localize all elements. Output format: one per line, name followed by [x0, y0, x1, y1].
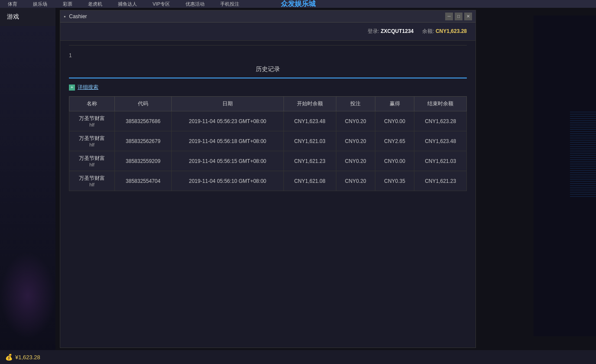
search-label[interactable]: 详细搜索 — [78, 84, 98, 91]
cell-game-name: 万圣节财富hlf — [69, 131, 115, 151]
balance-value: CNY1,623.28 — [436, 28, 467, 34]
cell-start-balance: CNY1,621.03 — [283, 131, 336, 151]
sidebar-title: 游戏 — [0, 8, 55, 26]
window-controls: ─ □ ✕ — [445, 13, 472, 20]
sidebar: 游戏 — [0, 8, 55, 364]
balance-label: 余额: — [422, 28, 434, 34]
site-logo: 众发娱乐城 — [281, 0, 316, 9]
bottom-balance: 💰 ¥1,623.28 — [5, 354, 40, 361]
close-button[interactable]: ✕ — [464, 13, 472, 20]
login-info: 登录: ZXCQUT1234 — [368, 28, 414, 35]
cell-start-balance: CNY1,621.08 — [283, 171, 336, 191]
cell-bet: CNY0.20 — [336, 151, 375, 171]
sidebar-decoration — [0, 252, 55, 339]
cashier-window-icon: ▪ — [64, 13, 65, 20]
bottom-bar: 💰 ¥1,623.28 — [0, 350, 596, 364]
cell-win: CNY0.00 — [375, 151, 414, 171]
coin-icon: 💰 — [5, 354, 13, 361]
table-row: 万圣节财富hlf3858325676862019-11-04 05:56:23 … — [69, 111, 467, 131]
history-table: 名称 代码 日期 开始时余额 投注 赢得 结束时余额 万圣节财富hlf38583… — [69, 96, 467, 191]
cell-bet: CNY0.20 — [336, 131, 375, 151]
col-win: 赢得 — [375, 97, 414, 111]
cashier-window: ▪ Cashier ─ □ ✕ 登录: ZXCQUT1234 余额: CNY1,… — [60, 10, 476, 348]
history-title: 历史记录 — [69, 61, 467, 78]
main-content-area: ▪ Cashier ─ □ ✕ 登录: ZXCQUT1234 余额: CNY1,… — [55, 8, 596, 350]
cell-game-name: 万圣节财富hlf — [69, 111, 115, 131]
cell-code: 385832567686 — [115, 111, 172, 131]
col-bet: 投注 — [336, 97, 375, 111]
cell-win: CNY0.35 — [375, 171, 414, 191]
dots-decoration — [570, 112, 596, 198]
cell-win: CNY0.00 — [375, 111, 414, 131]
cashier-titlebar: ▪ Cashier ─ □ ✕ — [60, 10, 475, 23]
cell-start-balance: CNY1,621.23 — [283, 151, 336, 171]
cell-win: CNY2.65 — [375, 131, 414, 151]
table-row: 万圣节财富hlf3858325592092019-11-04 05:56:15 … — [69, 151, 467, 171]
header-info-bar: 登录: ZXCQUT1234 余额: CNY1,623.28 — [60, 23, 475, 41]
col-end-balance: 结束时余额 — [414, 97, 467, 111]
nav-sports[interactable]: 体育 — [0, 1, 25, 7]
login-value: ZXCQUT1234 — [381, 28, 414, 34]
cell-game-name: 万圣节财富hlf — [69, 171, 115, 191]
restore-button[interactable]: □ — [455, 13, 462, 20]
history-section: 历史记录 + 详细搜索 名称 代码 日期 开始时余额 投注 赢得 — [60, 61, 475, 200]
balance-info: 余额: CNY1,623.28 — [422, 28, 467, 35]
cell-end-balance: CNY1,623.28 — [414, 111, 467, 131]
nav-vip[interactable]: VIP专区 — [145, 1, 178, 7]
col-date: 日期 — [172, 97, 284, 111]
minimize-button[interactable]: ─ — [445, 13, 453, 20]
cell-bet: CNY0.20 — [336, 171, 375, 191]
table-header-row: 名称 代码 日期 开始时余额 投注 赢得 结束时余额 — [69, 97, 467, 111]
nav-slots[interactable]: 老虎机 — [80, 1, 110, 7]
col-code: 代码 — [115, 97, 172, 111]
cell-code: 385832562679 — [115, 131, 172, 151]
bottom-balance-value: ¥1,623.28 — [15, 354, 40, 361]
separator — [69, 45, 467, 46]
cell-end-balance: CNY1,621.03 — [414, 151, 467, 171]
cell-code: 385832559209 — [115, 151, 172, 171]
background-decoration — [534, 16, 596, 336]
nav-lottery[interactable]: 彩票 — [55, 1, 80, 7]
cell-date: 2019-11-04 05:56:10 GMT+08:00 — [172, 171, 284, 191]
col-start-balance: 开始时余额 — [283, 97, 336, 111]
nav-promotions[interactable]: 优惠活动 — [178, 1, 212, 7]
page-number: 1 — [60, 50, 475, 61]
table-row: 万圣节财富hlf3858325547042019-11-04 05:56:10 … — [69, 171, 467, 191]
cell-code: 385832554704 — [115, 171, 172, 191]
cell-start-balance: CNY1,623.48 — [283, 111, 336, 131]
nav-entertainment[interactable]: 娱乐场 — [25, 1, 55, 7]
cashier-title: Cashier — [69, 13, 87, 20]
search-icon: + — [69, 84, 75, 91]
nav-fishing[interactable]: 捕鱼达人 — [110, 1, 145, 7]
table-body: 万圣节财富hlf3858325676862019-11-04 05:56:23 … — [69, 111, 467, 191]
col-name: 名称 — [69, 97, 115, 111]
sidebar-background — [0, 26, 55, 364]
cell-bet: CNY0.20 — [336, 111, 375, 131]
cell-end-balance: CNY1,621.23 — [414, 171, 467, 191]
table-row: 万圣节财富hlf3858325626792019-11-04 05:56:18 … — [69, 131, 467, 151]
cell-date: 2019-11-04 05:56:23 GMT+08:00 — [172, 111, 284, 131]
cashier-body: 登录: ZXCQUT1234 余额: CNY1,623.28 1 历史记录 + … — [60, 23, 475, 348]
top-navigation: 体育 娱乐场 彩票 老虎机 众发娱乐城 捕鱼达人 VIP专区 优惠活动 手机投注 — [0, 0, 596, 8]
cell-date: 2019-11-04 05:56:15 GMT+08:00 — [172, 151, 284, 171]
table-header: 名称 代码 日期 开始时余额 投注 赢得 结束时余额 — [69, 97, 467, 111]
cell-game-name: 万圣节财富hlf — [69, 151, 115, 171]
cell-date: 2019-11-04 05:56:18 GMT+08:00 — [172, 131, 284, 151]
nav-mobile[interactable]: 手机投注 — [212, 1, 247, 7]
cell-end-balance: CNY1,623.48 — [414, 131, 467, 151]
search-bar[interactable]: + 详细搜索 — [69, 84, 467, 91]
login-label: 登录: — [368, 28, 379, 34]
